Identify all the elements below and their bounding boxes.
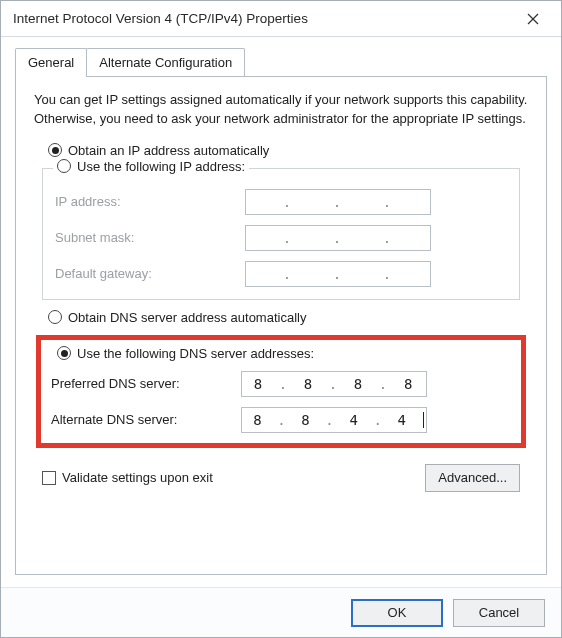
radio-label: Obtain DNS server address automatically xyxy=(68,310,306,325)
dns-highlight: Use the following DNS server addresses: … xyxy=(36,335,526,448)
validate-checkbox[interactable] xyxy=(42,471,56,485)
window-title: Internet Protocol Version 4 (TCP/IPv4) P… xyxy=(13,11,513,26)
cancel-button[interactable]: Cancel xyxy=(453,599,545,627)
radio-ip-auto[interactable]: Obtain an IP address automatically xyxy=(34,143,528,158)
dialog-window: Internet Protocol Version 4 (TCP/IPv4) P… xyxy=(0,0,562,638)
dialog-footer: OK Cancel xyxy=(1,587,561,637)
bottom-row: Validate settings upon exit Advanced... xyxy=(34,464,528,492)
tabpane-general: You can get IP settings assigned automat… xyxy=(15,76,547,575)
field-subnet-mask: Subnet mask: . . . xyxy=(55,225,507,251)
validate-label: Validate settings upon exit xyxy=(62,470,213,485)
field-label: IP address: xyxy=(55,194,245,209)
ok-button[interactable]: OK xyxy=(351,599,443,627)
radio-icon xyxy=(48,310,62,324)
default-gateway-input[interactable]: . . . xyxy=(245,261,431,287)
radio-label: Use the following DNS server addresses: xyxy=(77,346,314,361)
group-ip-manual: Use the following IP address: IP address… xyxy=(42,168,520,300)
radio-icon xyxy=(57,159,71,173)
radio-icon xyxy=(48,143,62,157)
radio-label: Use the following IP address: xyxy=(77,159,245,174)
close-icon xyxy=(527,13,539,25)
tab-general[interactable]: General xyxy=(15,48,87,77)
radio-dns-auto[interactable]: Obtain DNS server address automatically xyxy=(34,310,528,325)
client-area: General Alternate Configuration You can … xyxy=(1,37,561,587)
close-button[interactable] xyxy=(513,5,553,33)
field-ip-address: IP address: . . . xyxy=(55,189,507,215)
field-preferred-dns: Preferred DNS server: 8. 8. 8. 8 xyxy=(49,371,513,397)
field-label: Default gateway: xyxy=(55,266,245,281)
preferred-dns-input[interactable]: 8. 8. 8. 8 xyxy=(241,371,427,397)
radio-label: Obtain an IP address automatically xyxy=(68,143,269,158)
radio-icon xyxy=(57,346,71,360)
ip-address-input[interactable]: . . . xyxy=(245,189,431,215)
intro-text: You can get IP settings assigned automat… xyxy=(34,91,528,129)
tab-strip: General Alternate Configuration xyxy=(15,47,547,76)
field-alternate-dns: Alternate DNS server: 8. 8. 4. 4 xyxy=(49,407,513,433)
field-label: Subnet mask: xyxy=(55,230,245,245)
text-caret xyxy=(423,412,424,428)
tab-alternate-configuration[interactable]: Alternate Configuration xyxy=(86,48,245,76)
titlebar: Internet Protocol Version 4 (TCP/IPv4) P… xyxy=(1,1,561,37)
alternate-dns-input[interactable]: 8. 8. 4. 4 xyxy=(241,407,427,433)
field-label: Preferred DNS server: xyxy=(51,376,241,391)
advanced-button[interactable]: Advanced... xyxy=(425,464,520,492)
subnet-mask-input[interactable]: . . . xyxy=(245,225,431,251)
field-default-gateway: Default gateway: . . . xyxy=(55,261,507,287)
field-label: Alternate DNS server: xyxy=(51,412,241,427)
radio-ip-manual[interactable]: Use the following IP address: xyxy=(53,159,249,174)
radio-dns-manual[interactable]: Use the following DNS server addresses: xyxy=(49,346,513,361)
